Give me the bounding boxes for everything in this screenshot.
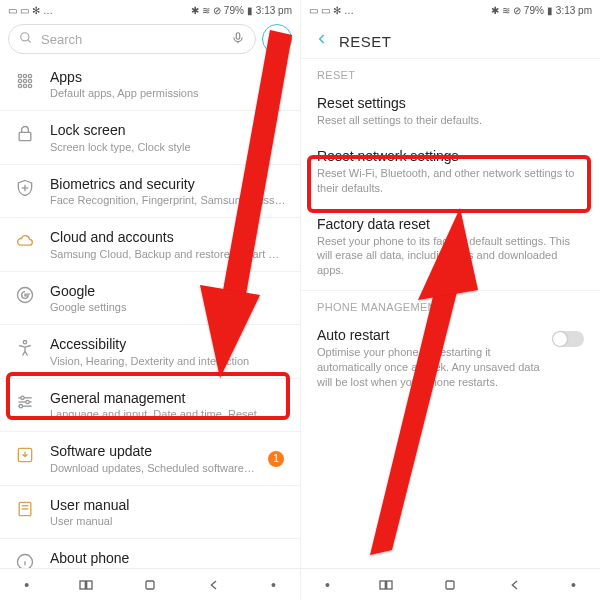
row-sub: Samsung Cloud, Backup and restore, Smart…: [50, 247, 286, 261]
row-sub: Reset your phone to its factory default …: [317, 234, 584, 279]
search-icon: [19, 31, 33, 48]
dnd-icon: ⊘: [513, 5, 521, 16]
bluetooth-icon: ✱: [191, 5, 199, 16]
svg-rect-29: [80, 581, 85, 589]
row-sub: Reset Wi-Fi, Bluetooth, and other networ…: [317, 166, 584, 196]
svg-rect-32: [380, 581, 385, 589]
row-sub: Face Recognition, Fingerprint, Samsung P…: [50, 193, 286, 207]
status-icon: ✻: [32, 5, 40, 16]
status-icon: ✻: [333, 5, 341, 16]
phone-right: ▭ ▭ ✻ … ✱ ≋ ⊘ 79% ▮ 3:13 pm RESET RESET: [300, 0, 600, 600]
shield-icon: [14, 177, 36, 199]
svg-point-6: [28, 74, 31, 77]
settings-row-lock-screen[interactable]: Lock screenScreen lock type, Clock style: [0, 111, 300, 164]
accessibility-icon: [14, 337, 36, 359]
row-sub: Default apps, App permissions: [50, 86, 286, 100]
back-button[interactable]: [315, 32, 329, 50]
vibrate-icon: ≋: [502, 5, 510, 16]
row-sub: Download updates, Scheduled software…: [50, 461, 286, 475]
nav-menu-dot[interactable]: •: [325, 577, 330, 593]
nav-bar: • •: [301, 568, 600, 600]
row-title: Reset settings: [317, 95, 584, 111]
svg-point-5: [23, 74, 26, 77]
svg-point-10: [18, 84, 21, 87]
settings-row-google[interactable]: GoogleGoogle settings: [0, 272, 300, 325]
nav-recents[interactable]: [378, 577, 394, 593]
auto-restart-row[interactable]: Auto restart Optimise your phone by rest…: [301, 317, 600, 400]
row-title: General management: [50, 389, 286, 407]
row-title: Biometrics and security: [50, 175, 286, 193]
svg-point-15: [23, 341, 26, 344]
status-icon: …: [344, 5, 354, 16]
settings-row-general-management[interactable]: General managementLanguage and input, Da…: [0, 379, 300, 432]
nav-menu-dot[interactable]: •: [571, 577, 576, 593]
manual-icon: [14, 498, 36, 520]
download-icon: [14, 444, 36, 466]
svg-point-19: [26, 400, 29, 403]
row-sub: Vision, Hearing, Dexterity and interacti…: [50, 354, 286, 368]
status-icon: ▭: [309, 5, 318, 16]
settings-row-accessibility[interactable]: AccessibilityVision, Hearing, Dexterity …: [0, 325, 300, 378]
section-label-phone-management: PHONE MANAGEMENT: [301, 290, 600, 315]
row-sub: Language and input, Date and time, Reset: [50, 407, 286, 421]
nav-back[interactable]: [206, 577, 222, 593]
nav-back[interactable]: [507, 577, 523, 593]
settings-row-biometrics[interactable]: Biometrics and securityFace Recognition,…: [0, 165, 300, 218]
status-bar: ▭ ▭ ✻ … ✱ ≋ ⊘ 79% ▮ 3:13 pm: [301, 0, 600, 20]
row-title: Software update: [50, 442, 286, 460]
settings-row-apps[interactable]: AppsDefault apps, App permissions: [0, 58, 300, 111]
nav-menu-dot[interactable]: •: [24, 577, 29, 593]
row-sub: Reset all settings to their defaults.: [317, 113, 584, 128]
row-sub: Google settings: [50, 300, 286, 314]
row-title: Factory data reset: [317, 216, 584, 232]
status-icon: …: [43, 5, 53, 16]
nav-home[interactable]: [442, 577, 458, 593]
svg-point-0: [21, 32, 29, 40]
settings-row-user-manual[interactable]: User manualUser manual: [0, 486, 300, 539]
phone-left: ▭ ▭ ✻ … ✱ ≋ ⊘ 79% ▮ 3:13 pm Search: [0, 0, 300, 600]
reset-settings-row[interactable]: Reset settings Reset all settings to the…: [301, 85, 600, 138]
bluetooth-icon: ✱: [491, 5, 499, 16]
auto-restart-toggle[interactable]: [552, 331, 584, 347]
row-title: Reset network settings: [317, 148, 584, 164]
clock: 3:13 pm: [256, 5, 292, 16]
row-title: About phone: [50, 549, 286, 567]
status-icon: ▭: [8, 5, 17, 16]
sliders-icon: [14, 391, 36, 413]
apps-icon: [14, 70, 36, 92]
svg-point-3: [274, 34, 279, 39]
svg-line-1: [28, 39, 31, 42]
row-title: Lock screen: [50, 121, 286, 139]
row-title: Cloud and accounts: [50, 228, 286, 246]
lock-icon: [14, 123, 36, 145]
svg-rect-34: [446, 581, 454, 589]
nav-home[interactable]: [142, 577, 158, 593]
cloud-icon: [14, 230, 36, 252]
settings-row-software-update[interactable]: Software updateDownload updates, Schedul…: [0, 432, 300, 485]
factory-data-reset-row[interactable]: Factory data reset Reset your phone to i…: [301, 206, 600, 289]
search-input[interactable]: Search: [8, 24, 256, 54]
profile-button[interactable]: [262, 24, 292, 54]
battery-percent: 79%: [524, 5, 544, 16]
page-header: RESET: [301, 20, 600, 58]
svg-point-7: [18, 79, 21, 82]
svg-point-12: [28, 84, 31, 87]
svg-point-4: [18, 74, 21, 77]
settings-row-cloud[interactable]: Cloud and accountsSamsung Cloud, Backup …: [0, 218, 300, 271]
search-placeholder: Search: [41, 32, 82, 47]
nav-recents[interactable]: [78, 577, 94, 593]
row-title: Accessibility: [50, 335, 286, 353]
nav-menu-dot[interactable]: •: [271, 577, 276, 593]
svg-point-8: [23, 79, 26, 82]
mic-icon[interactable]: [231, 31, 245, 48]
svg-point-9: [28, 79, 31, 82]
status-bar: ▭ ▭ ✻ … ✱ ≋ ⊘ 79% ▮ 3:13 pm: [0, 0, 300, 20]
svg-rect-2: [236, 32, 240, 38]
status-icon: ▭: [321, 5, 330, 16]
svg-rect-13: [19, 133, 31, 141]
row-title: Auto restart: [317, 327, 542, 343]
svg-rect-30: [86, 581, 91, 589]
svg-point-11: [23, 84, 26, 87]
reset-network-settings-row[interactable]: Reset network settings Reset Wi-Fi, Blue…: [301, 138, 600, 206]
battery-icon: ▮: [247, 5, 253, 16]
